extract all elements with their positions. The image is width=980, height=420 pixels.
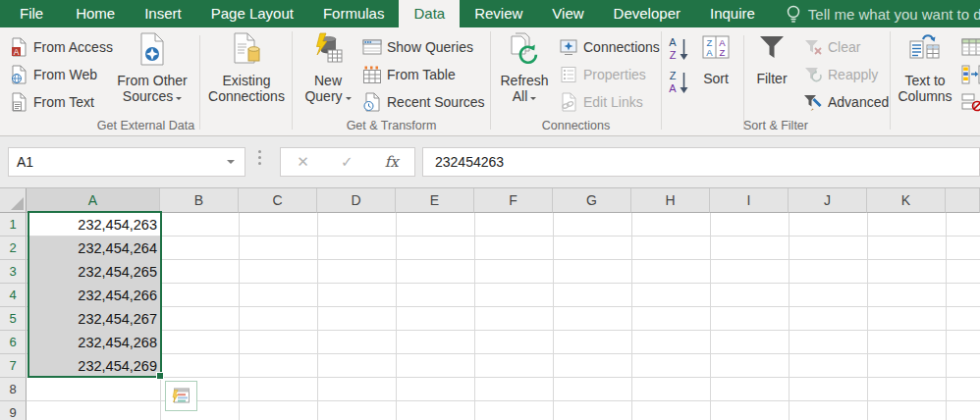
connections-label: Connections [583, 39, 660, 55]
data-validation-button-partial[interactable] [958, 90, 980, 114]
edit-links-label: Edit Links [583, 94, 643, 110]
column-header-k[interactable]: K [867, 188, 946, 213]
insert-function-icon[interactable]: fx [385, 153, 399, 171]
remove-duplicates-icon [961, 65, 980, 84]
tell-me-label: Tell me what you want to do [808, 6, 980, 23]
tab-data[interactable]: Data [399, 0, 460, 27]
advanced-label: Advanced [828, 94, 889, 110]
tab-view[interactable]: View [537, 0, 598, 27]
sort-button[interactable]: ZAAZ Sort [691, 30, 740, 117]
row-header-5[interactable]: 5 [0, 307, 27, 331]
tab-formulas[interactable]: Formulas [308, 0, 400, 27]
data-validation-icon [961, 92, 980, 112]
svg-text:A: A [14, 47, 20, 57]
tab-insert[interactable]: Insert [130, 0, 196, 27]
row-header-6[interactable]: 6 [0, 331, 27, 354]
name-box[interactable]: A1 [8, 147, 245, 177]
cell-a5[interactable]: 232,454,267 [28, 307, 157, 331]
column-header-c[interactable]: C [239, 188, 317, 213]
column-header-d[interactable]: D [317, 188, 396, 213]
divider [743, 35, 744, 130]
filter-button[interactable]: Filter [747, 30, 796, 117]
show-queries-icon [362, 37, 382, 57]
group-data-tools: Text to Columns [891, 27, 980, 135]
connections-icon [559, 37, 578, 57]
tell-me-box[interactable]: Tell me what you want to do [786, 0, 980, 27]
sort-descending-button[interactable]: ZA [666, 69, 691, 96]
svg-text:A: A [706, 47, 713, 58]
reapply-label: Reapply [828, 67, 878, 82]
cell-a2[interactable]: 232,454,264 [28, 236, 157, 260]
row-header-4[interactable]: 4 [0, 284, 27, 307]
column-header-e[interactable]: E [396, 188, 474, 213]
sort-ascending-button[interactable]: AZ [666, 35, 691, 63]
cell-a6[interactable]: 232,454,268 [28, 331, 157, 354]
from-table-button[interactable]: From Table [359, 63, 459, 86]
show-queries-button[interactable]: Show Queries [359, 35, 476, 59]
cell-a3[interactable]: 232,454,265 [28, 260, 157, 284]
row-header-8[interactable]: 8 [0, 378, 27, 401]
select-all-corner[interactable] [0, 188, 27, 213]
row-header-1[interactable]: 1 [0, 213, 27, 236]
row-header-9[interactable]: 9 [0, 401, 27, 420]
existing-connections-label: Existing [222, 73, 270, 88]
reapply-filter-button[interactable]: Reapply [800, 63, 881, 86]
from-other-sources-button[interactable]: From Other Sources [110, 30, 194, 117]
formula-input[interactable]: 232454263 [422, 147, 980, 177]
corner-triangle-icon [11, 197, 24, 210]
row-header-7[interactable]: 7 [0, 354, 27, 378]
advanced-filter-button[interactable]: Advanced [800, 90, 892, 114]
refresh-all-button[interactable]: Refresh All [495, 30, 554, 117]
tab-developer[interactable]: Developer [599, 0, 695, 27]
group-sort-filter: AZ ZA ZAAZ Sort Filter Clear Reapply [662, 27, 890, 135]
tab-page-layout[interactable]: Page Layout [196, 0, 308, 27]
sort-label: Sort [703, 71, 729, 86]
column-header-j[interactable]: J [789, 188, 867, 213]
column-header-partial[interactable] [946, 188, 980, 213]
name-box-dropdown-icon[interactable] [227, 160, 235, 168]
existing-connections-button[interactable]: Existing Connections [204, 30, 289, 117]
from-access-button[interactable]: A From Access [8, 35, 116, 59]
cell-a4[interactable]: 232,454,266 [28, 284, 157, 307]
auto-fill-options-button[interactable] [165, 381, 197, 411]
connections-button[interactable]: Connections [556, 35, 663, 59]
excel-window: File Home Insert Page Layout Formulas Da… [0, 0, 980, 420]
fill-handle[interactable] [156, 372, 164, 380]
from-text-button[interactable]: From Text [8, 90, 97, 114]
remove-duplicates-button-partial[interactable] [958, 63, 980, 86]
ribbon-tab-bar: File Home Insert Page Layout Formulas Da… [0, 0, 980, 27]
from-other-sources-label: From Other [117, 73, 188, 88]
column-header-f[interactable]: F [474, 188, 553, 213]
column-header-b[interactable]: B [160, 188, 239, 213]
edit-links-button[interactable]: Edit Links [556, 90, 646, 114]
cell-a7[interactable]: 232,454,269 [28, 354, 157, 378]
tab-file[interactable]: File [2, 0, 61, 27]
new-query-button[interactable]: New Query [298, 30, 358, 117]
tab-home[interactable]: Home [61, 0, 130, 27]
cell-a1[interactable]: 232,454,263 [28, 213, 157, 236]
tab-review[interactable]: Review [460, 0, 537, 27]
column-header-h[interactable]: H [631, 188, 710, 213]
recent-sources-button[interactable]: Recent Sources [359, 90, 488, 114]
column-header-a[interactable]: A [27, 188, 160, 213]
column-header-i[interactable]: I [710, 188, 789, 213]
group-label-sort-filter: Sort & Filter [662, 119, 890, 132]
clear-filter-button[interactable]: Clear [800, 35, 863, 59]
column-header-g[interactable]: G [553, 188, 631, 213]
enter-icon[interactable]: ✓ [341, 153, 354, 171]
row-header-3[interactable]: 3 [0, 260, 27, 284]
cancel-icon[interactable]: ✕ [297, 153, 309, 171]
row-header-2[interactable]: 2 [0, 236, 27, 260]
flash-fill-button-partial[interactable] [958, 35, 980, 59]
recent-sources-icon [362, 92, 382, 112]
properties-button[interactable]: Properties [556, 63, 649, 86]
clear-label: Clear [828, 39, 860, 55]
refresh-all-label: Refresh [500, 73, 548, 88]
tab-inquire[interactable]: Inquire [695, 0, 770, 27]
svg-text:A: A [669, 36, 677, 48]
existing-connections-label2: Connections [208, 88, 285, 104]
text-to-columns-button[interactable]: Text to Columns [897, 30, 953, 117]
lightbulb-icon [786, 4, 801, 24]
formula-bar-resize-handle[interactable] [258, 150, 261, 165]
from-web-button[interactable]: From Web [8, 63, 100, 86]
